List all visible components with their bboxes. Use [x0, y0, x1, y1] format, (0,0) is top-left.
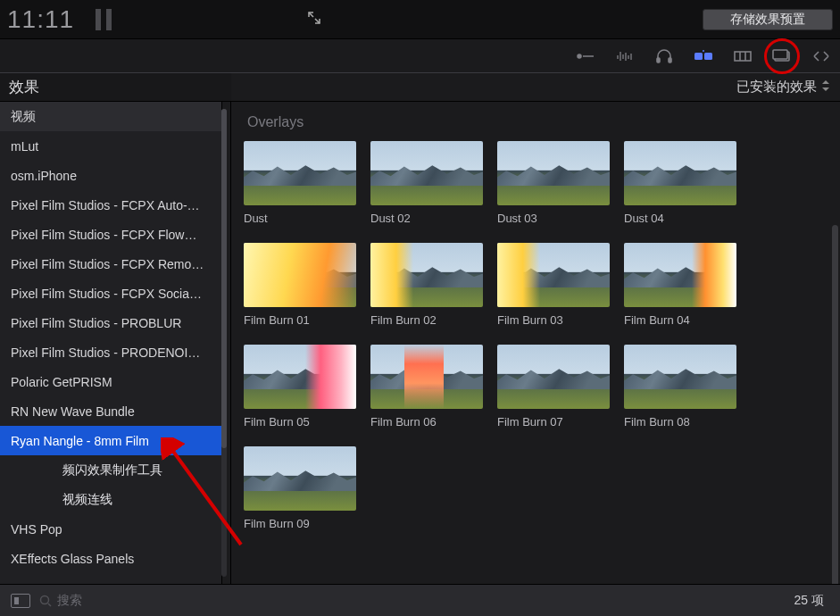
effect-label: Film Burn 08: [624, 415, 736, 429]
effect-thumbnail[interactable]: Film Burn 05: [244, 345, 356, 429]
transitions-browser-icon[interactable]: [733, 48, 753, 64]
library-toggle-icon[interactable]: [11, 594, 30, 608]
timeline-index-icon[interactable]: [811, 48, 831, 64]
item-count: 25 项: [794, 593, 824, 609]
effect-thumbnail[interactable]: Film Burn 09: [244, 446, 356, 530]
effect-label: Film Burn 06: [370, 415, 483, 429]
sidebar-item[interactable]: Pixel Film Studios - FCPX Remo…: [0, 249, 221, 279]
svg-rect-1: [657, 58, 660, 62]
sidebar-item[interactable]: Ryan Nangle - 8mm Film: [0, 426, 221, 455]
sidebar-item[interactable]: Pixel Film Studios - PROBLUR: [0, 308, 221, 337]
svg-point-10: [41, 595, 49, 604]
sidebar-item[interactable]: VHS Pop: [0, 514, 221, 544]
effect-thumbnail[interactable]: Film Burn 03: [497, 243, 610, 327]
color-wheels-icon[interactable]: [576, 48, 595, 64]
effects-browser-icon[interactable]: [694, 48, 713, 64]
effect-thumbnail[interactable]: Film Burn 02: [370, 243, 483, 327]
sidebar-item[interactable]: mLut: [0, 131, 221, 161]
effect-thumbnail[interactable]: Dust 04: [624, 141, 736, 225]
grid-scrollbar-thumb[interactable]: [832, 225, 838, 584]
effect-label: Film Burn 02: [370, 313, 483, 327]
audio-meters-icon[interactable]: [615, 48, 635, 64]
sidebar-section-video[interactable]: 视频: [0, 102, 221, 131]
effect-label: Dust 04: [624, 212, 736, 225]
effect-thumbnail[interactable]: Film Burn 07: [497, 345, 610, 429]
effect-label: Dust 02: [370, 212, 483, 225]
sidebar-item[interactable]: Pixel Film Studios - FCPX Socia…: [0, 279, 221, 308]
effect-label: Film Burn 05: [244, 415, 356, 429]
effects-group-title: Overlays: [247, 114, 828, 130]
effect-label: Dust 03: [497, 212, 610, 225]
effect-label: Film Burn 01: [244, 313, 356, 327]
sidebar-item[interactable]: Polaric GetPRISM: [0, 367, 221, 396]
svg-rect-4: [704, 53, 712, 60]
svg-rect-3: [694, 53, 703, 60]
sidebar-item[interactable]: Pixel Film Studios - FCPX Flow…: [0, 220, 221, 249]
effect-label: Dust: [244, 212, 356, 225]
effect-thumbnail[interactable]: Film Burn 01: [244, 243, 356, 327]
media-browser-icon[interactable]: [772, 48, 792, 64]
effect-thumbnail[interactable]: Dust 03: [497, 141, 610, 225]
effect-thumbnail[interactable]: Film Burn 04: [624, 243, 736, 327]
effect-label: Film Burn 07: [497, 415, 610, 429]
effect-thumbnail[interactable]: Dust 02: [370, 141, 483, 225]
sidebar-item[interactable]: 频闪效果制作工具: [0, 455, 221, 485]
svg-rect-6: [735, 52, 751, 61]
effect-thumbnail[interactable]: Film Burn 08: [624, 345, 736, 429]
sidebar-item[interactable]: 视频连线: [0, 485, 221, 514]
svg-rect-8: [773, 50, 787, 59]
svg-rect-2: [669, 58, 671, 62]
expand-icon[interactable]: [308, 12, 320, 27]
effect-label: Film Burn 09: [244, 517, 356, 530]
svg-point-0: [578, 54, 581, 58]
save-effect-preset-button[interactable]: 存储效果预置: [703, 9, 833, 30]
chevron-updown-icon: [822, 80, 829, 94]
installed-effects-dropdown[interactable]: 已安装的效果: [231, 79, 840, 96]
effect-label: Film Burn 04: [624, 313, 736, 327]
headphones-icon[interactable]: [654, 48, 674, 64]
timecode-display: 11:11: [7, 5, 74, 34]
effects-grid: DustDust 02Dust 03Dust 04Film Burn 01Fil…: [244, 141, 828, 530]
sidebar-item[interactable]: RN New Wave Bundle: [0, 396, 221, 426]
sidebar-scrollbar-thumb[interactable]: [221, 109, 227, 448]
effect-thumbnail[interactable]: Dust: [244, 141, 356, 225]
panel-title: 效果: [0, 73, 231, 101]
pause-icon[interactable]: [96, 9, 112, 30]
effect-label: Film Burn 03: [497, 313, 610, 327]
svg-point-5: [703, 50, 704, 52]
effect-thumbnail[interactable]: Film Burn 06: [370, 345, 483, 429]
sidebar-item[interactable]: Pixel Film Studios - FCPX Auto-…: [0, 190, 221, 220]
effects-category-sidebar: 视频 mLutosm.iPhonePixel Film Studios - FC…: [0, 102, 221, 584]
sidebar-item[interactable]: Pixel Film Studios - PRODENOI…: [0, 337, 221, 367]
search-placeholder: 搜索: [57, 593, 82, 609]
search-field[interactable]: 搜索: [39, 593, 786, 609]
sidebar-item[interactable]: osm.iPhone: [0, 161, 221, 190]
sidebar-item[interactable]: XEffects Glass Panels: [0, 544, 221, 573]
